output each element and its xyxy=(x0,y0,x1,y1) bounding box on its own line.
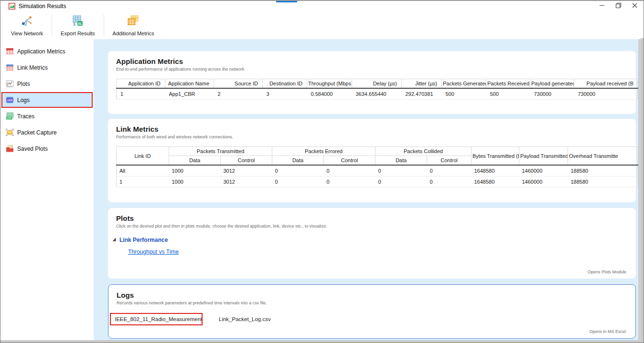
column-group-header[interactable]: Packets Transmitted xyxy=(169,147,272,156)
sidebar-item-label: Packet Capture xyxy=(17,129,57,136)
sidebar-item-application-metrics[interactable]: Application Metrics xyxy=(2,44,92,58)
column-subheader[interactable]: Data xyxy=(169,156,221,166)
table-row: 1App1_CBR230.5840003634.655440292.470381… xyxy=(117,88,638,99)
link-metrics-panel: Link Metrics Performance of both wired a… xyxy=(108,119,636,202)
vertical-scrollbar[interactable] xyxy=(638,39,641,340)
tree-children: Throughput vs Time xyxy=(128,247,636,256)
column-header[interactable]: Packets Received xyxy=(486,79,530,89)
log-file-link[interactable]: IEEE_802_11_Radio_Measurements_L... xyxy=(111,314,202,324)
window-controls xyxy=(594,1,643,11)
cell: 0 xyxy=(272,176,324,187)
cell: 500 xyxy=(486,88,530,99)
column-header[interactable]: Payload generated xyxy=(530,79,574,89)
link-metrics-title: Link Metrics xyxy=(116,125,636,133)
tree-node-link-performance[interactable]: Link Performance xyxy=(112,237,636,243)
logs-subtitle: Records various network parameters at pr… xyxy=(117,301,635,305)
title-bar[interactable]: Simulation Results xyxy=(0,1,644,11)
cell: 292.470381 xyxy=(402,88,442,99)
column-subheader[interactable]: Control xyxy=(427,156,472,166)
plots-chart-icon xyxy=(5,80,14,88)
column-header[interactable]: Throughput (Mbps xyxy=(307,79,352,89)
sidebar-item-plots[interactable]: Plots xyxy=(2,77,92,91)
saved-plots-folder-icon xyxy=(5,145,14,153)
cell: 730000 xyxy=(530,88,574,99)
cell: 1 xyxy=(117,88,165,99)
minimize-icon xyxy=(600,3,605,10)
column-subheader[interactable]: Control xyxy=(324,156,376,166)
minimize-button[interactable] xyxy=(594,1,610,11)
column-header[interactable]: Packets Generated xyxy=(442,79,486,89)
column-header[interactable]: Link ID xyxy=(117,147,169,166)
column-header[interactable]: Application ID xyxy=(117,79,165,89)
cell: 500 xyxy=(442,88,486,99)
logs-badge-icon: LOGS xyxy=(5,96,14,104)
link-metrics-subtitle: Performance of both wired and wireless n… xyxy=(116,135,636,139)
column-group-header[interactable]: Packets Errored xyxy=(272,147,376,156)
cell: 1648580 xyxy=(472,176,519,187)
column-header[interactable]: Delay (µs) xyxy=(352,79,402,89)
simulation-results-window: Simulation Results View Network XLExport… xyxy=(0,0,644,343)
maximize-button[interactable] xyxy=(610,1,626,11)
column-header[interactable]: Payload received (B xyxy=(574,79,638,89)
cell: 0 xyxy=(376,165,427,176)
column-header[interactable]: Source ID xyxy=(214,79,263,89)
window-bottom-border xyxy=(0,340,644,343)
top-accent-bar xyxy=(276,1,297,2)
cell: 0 xyxy=(324,176,376,187)
column-subheader[interactable]: Control xyxy=(221,156,272,166)
csv-badge-icon: CSV xyxy=(5,112,14,121)
sidebar-item-link-metrics[interactable]: Link Metrics xyxy=(2,61,92,74)
cell: 0 xyxy=(427,165,472,176)
view-network-button[interactable]: View Network xyxy=(4,11,50,39)
column-group-header[interactable]: Packets Collided xyxy=(376,147,472,156)
cell: 1 xyxy=(117,176,169,187)
link-metrics-table: Link IDPackets TransmittedPackets Errore… xyxy=(116,146,638,187)
sidebar-item-traces[interactable]: CSVTraces xyxy=(2,109,92,123)
column-header[interactable]: Payload Transmitted xyxy=(519,147,568,166)
sidebar-item-label: Application Metrics xyxy=(17,48,65,55)
cell: 2 xyxy=(214,88,263,99)
plots-title: Plots xyxy=(116,214,636,222)
cell: 1648580 xyxy=(472,165,519,176)
application-metrics-subtitle: End-to-end performance of applications r… xyxy=(116,67,636,72)
application-metrics-title: Application Metrics xyxy=(116,57,636,65)
cell: 730000 xyxy=(574,88,638,99)
column-header[interactable]: Destination ID xyxy=(263,79,307,89)
cell: 1000 xyxy=(169,165,221,176)
netsim-logo-icon xyxy=(9,3,15,10)
sidebar-item-saved-plots[interactable]: Saved Plots xyxy=(2,142,92,156)
tables-stack-icon xyxy=(127,15,140,29)
close-button[interactable] xyxy=(626,1,643,11)
cell: 0 xyxy=(272,165,324,176)
plot-link-throughput-vs-time[interactable]: Throughput vs Time xyxy=(128,249,179,255)
cell: 1000 xyxy=(169,176,221,187)
tree-expanded-icon[interactable] xyxy=(112,237,117,243)
log-file-link[interactable]: Link_Packet_Log.csv xyxy=(215,314,275,324)
column-header[interactable]: Jitter (µs) xyxy=(402,79,442,89)
cell: 3012 xyxy=(221,176,272,187)
sidebar-item-packet-capture[interactable]: Packet Capture xyxy=(2,125,92,139)
table-row: 110003012000016485801460000188580 xyxy=(117,176,638,187)
column-header[interactable]: Application Name xyxy=(165,79,214,89)
column-subheader[interactable]: Data xyxy=(272,156,324,166)
export-results-label: Export Results xyxy=(61,31,95,36)
plots-footer-note: Opens Plots Module xyxy=(588,270,626,274)
svg-text:XL: XL xyxy=(78,21,82,25)
cell: 188580 xyxy=(568,176,638,187)
cell: 1460000 xyxy=(519,176,568,187)
cell: All xyxy=(117,165,169,176)
cell: 0.584000 xyxy=(307,88,352,99)
logs-panel: Logs Records various network parameters … xyxy=(108,284,636,339)
logs-title: Logs xyxy=(117,291,635,299)
packet-capture-icon xyxy=(5,128,14,137)
additional-metrics-button[interactable]: Additional Metrics xyxy=(106,11,161,39)
application-metrics-table: Application IDApplication NameSource IDD… xyxy=(116,79,638,100)
cell: 0 xyxy=(427,176,472,187)
sidebar-item-logs[interactable]: LOGSLogs xyxy=(2,93,92,107)
network-icon xyxy=(21,15,33,29)
column-header[interactable]: Bytes Transmitted (B xyxy=(472,147,519,166)
column-header[interactable]: Overhead Transmitte xyxy=(568,147,638,166)
sidebar-item-label: Logs xyxy=(17,97,30,104)
column-subheader[interactable]: Data xyxy=(376,156,427,166)
export-results-button[interactable]: XLExport Results xyxy=(54,11,102,39)
